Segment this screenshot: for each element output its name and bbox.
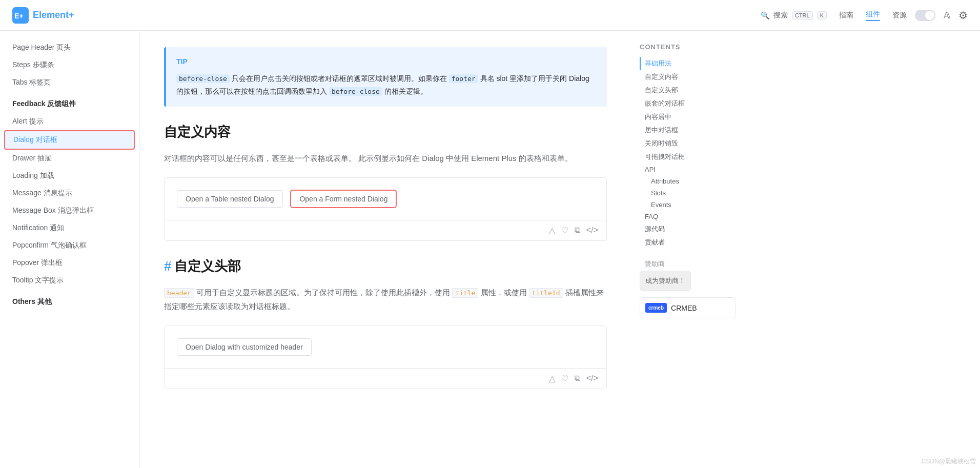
toc-item-destroy[interactable]: 关闭时销毁 <box>640 137 736 150</box>
tip-text-3: 的相关逻辑。 <box>384 87 427 95</box>
custom-content-demo: Open a Table nested Dialog Open a Form n… <box>164 177 607 241</box>
custom-content-title: 自定义内容 <box>164 123 607 141</box>
custom-header-section: #自定义头部 header 可用于自定义显示标题的区域。为了保持可用性，除了使用… <box>164 257 607 389</box>
code-icon-2[interactable]: </> <box>586 374 598 383</box>
toc-item-center-dialog[interactable]: 居中对话框 <box>640 124 736 137</box>
toc-item-api[interactable]: API <box>640 164 736 175</box>
toc-title: CONTENTS <box>640 43 736 51</box>
sidebar-item-drawer[interactable]: Drawer 抽屉 <box>0 150 139 167</box>
tip-label: TIP <box>176 55 597 68</box>
titleid-code: titleId <box>529 288 563 298</box>
open-table-dialog-button[interactable]: Open a Table nested Dialog <box>177 190 283 208</box>
toc: CONTENTS 基础用法 自定义内容 自定义头部 嵌套的对话框 内容居中 居中… <box>631 31 744 468</box>
nav-link-component[interactable]: 组件 <box>866 10 880 21</box>
tip-code-1: before-close <box>176 74 230 83</box>
feedback-group-label: Feedback 反馈组件 <box>0 91 139 113</box>
toc-item-contributors[interactable]: 贡献者 <box>640 236 736 249</box>
code-icon[interactable]: </> <box>586 226 598 235</box>
sidebar: Page Header 页头 Steps 步骤条 Tabs 标签页 Feedba… <box>0 31 139 468</box>
toc-item-basic[interactable]: 基础用法 <box>640 57 736 70</box>
desc-text-1: 可用于自定义显示标题的区域。为了保持可用性，除了使用此插槽外，使用 <box>196 288 452 297</box>
open-form-dialog-button[interactable]: Open a Form nested Dialog <box>291 190 396 208</box>
search-button[interactable]: 🔍 搜索 CTRL K <box>761 11 827 20</box>
tip-text-1: 只会在用户点击关闭按钮或者对话框的遮罩区域时被调用。如果你在 <box>232 74 449 83</box>
expand-icon-2[interactable]: ⧉ <box>575 374 580 383</box>
sponsor-area: 赞助商 成为赞助商！ crmeb CRMEB <box>640 257 736 318</box>
custom-content-section: 自定义内容 对话框的内容可以是任何东西，甚至是一个表格或表单。 此示例显示如何在… <box>164 123 607 241</box>
sidebar-item-popover[interactable]: Popover 弹出框 <box>0 254 139 272</box>
top-nav: E+ Element+ 🔍 搜索 CTRL K 指南 组件 资源 𝔸 ⚙ <box>0 0 980 31</box>
tip-box: TIP before-close 只会在用户点击关闭按钮或者对话框的遮罩区域时被… <box>164 47 607 107</box>
translate-icon[interactable]: 𝔸 <box>944 10 950 21</box>
theme-toggle[interactable] <box>915 10 935 21</box>
page-layout: Page Header 页头 Steps 步骤条 Tabs 标签页 Feedba… <box>0 31 980 468</box>
demo-content-1: Open a Table nested Dialog Open a Form n… <box>165 178 606 220</box>
custom-header-desc: header 可用于自定义显示标题的区域。为了保持可用性，除了使用此插槽外，使用… <box>164 286 607 313</box>
svg-text:E+: E+ <box>14 12 24 20</box>
sponsor-label: 赞助商 <box>640 257 736 271</box>
crmeb-logo: crmeb <box>645 303 667 313</box>
others-group-label: Others 其他 <box>0 289 139 311</box>
kbd-ctrl: CTRL <box>792 11 813 19</box>
toc-item-draggable[interactable]: 可拖拽对话框 <box>640 150 736 164</box>
toc-item-faq[interactable]: FAQ <box>640 211 736 222</box>
logo-text: Element+ <box>33 10 74 21</box>
demo-toolbar-2: △ ♡ ⧉ </> <box>165 368 606 389</box>
sidebar-item-steps[interactable]: Steps 步骤条 <box>0 56 139 74</box>
search-label: 搜索 <box>773 11 788 20</box>
nav-icons: 𝔸 ⚙ <box>944 9 968 22</box>
toggle-dot <box>925 11 934 20</box>
title-code: title <box>452 288 478 298</box>
demo-toolbar-1: △ ♡ ⧉ </> <box>165 220 606 240</box>
kbd-k: K <box>817 11 827 19</box>
toc-item-custom-header[interactable]: 自定义头部 <box>640 84 736 97</box>
toc-item-events[interactable]: Events <box>640 199 736 211</box>
copy-icon-2[interactable]: △ <box>549 374 555 383</box>
demo-content-2: Open Dialog with customized header <box>165 326 606 368</box>
github-icon[interactable]: ⚙ <box>958 9 968 22</box>
open-customized-header-dialog-button[interactable]: Open Dialog with customized header <box>177 338 312 356</box>
tip-code-3: before-close <box>329 87 382 96</box>
custom-content-desc: 对话框的内容可以是任何东西，甚至是一个表格或表单。 此示例显示如何在 Dialo… <box>164 151 607 165</box>
toc-item-center-content[interactable]: 内容居中 <box>640 110 736 124</box>
search-icon: 🔍 <box>761 11 769 19</box>
sidebar-item-page-header[interactable]: Page Header 页头 <box>0 39 139 56</box>
copy-icon[interactable]: △ <box>549 226 555 235</box>
logo[interactable]: E+ Element+ <box>12 7 74 24</box>
header-code: header <box>164 288 194 298</box>
sidebar-item-popconfirm[interactable]: Popconfirm 气泡确认框 <box>0 237 139 254</box>
crmeb-banner[interactable]: crmeb CRMEB <box>640 297 736 318</box>
nav-link-guide[interactable]: 指南 <box>839 11 853 20</box>
sidebar-item-alert[interactable]: Alert 提示 <box>0 113 139 130</box>
custom-header-demo: Open Dialog with customized header △ ♡ ⧉… <box>164 325 607 389</box>
sidebar-item-message[interactable]: Message 消息提示 <box>0 185 139 202</box>
toc-item-source[interactable]: 源代码 <box>640 222 736 236</box>
toc-item-nested[interactable]: 嵌套的对话框 <box>640 97 736 110</box>
main-content: TIP before-close 只会在用户点击关闭按钮或者对话框的遮罩区域时被… <box>139 31 631 468</box>
tip-text: before-close 只会在用户点击关闭按钮或者对话框的遮罩区域时被调用。如… <box>176 72 597 98</box>
become-sponsor-button[interactable]: 成为赞助商！ <box>640 271 691 291</box>
toc-item-slots[interactable]: Slots <box>640 187 736 199</box>
sidebar-item-message-box[interactable]: Message Box 消息弹出框 <box>0 202 139 219</box>
nav-link-resource[interactable]: 资源 <box>892 11 907 20</box>
sidebar-item-notification[interactable]: Notification 通知 <box>0 219 139 237</box>
sidebar-item-tooltip[interactable]: Tooltip 文字提示 <box>0 272 139 289</box>
crmeb-label: CRMEB <box>671 304 697 312</box>
sidebar-item-loading[interactable]: Loading 加载 <box>0 167 139 185</box>
custom-header-title: #自定义头部 <box>164 257 607 275</box>
tip-code-2: footer <box>449 74 478 83</box>
nav-links: 指南 组件 资源 <box>839 10 907 21</box>
toc-item-custom-content[interactable]: 自定义内容 <box>640 70 736 84</box>
desc-text-2: 属性，或使用 <box>481 288 529 297</box>
heart-icon[interactable]: ♡ <box>561 226 568 235</box>
sidebar-item-dialog[interactable]: Dialog 对话框 <box>4 130 135 150</box>
heart-icon-2[interactable]: ♡ <box>561 374 568 383</box>
toc-item-attributes[interactable]: Attributes <box>640 175 736 187</box>
hash-icon: # <box>164 258 171 274</box>
custom-header-title-text: 自定义头部 <box>174 258 241 274</box>
expand-icon[interactable]: ⧉ <box>575 226 580 235</box>
sidebar-item-tabs[interactable]: Tabs 标签页 <box>0 74 139 91</box>
